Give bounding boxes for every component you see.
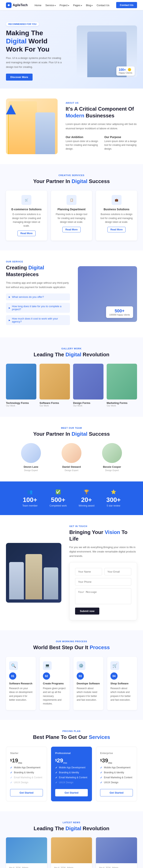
faq-question-3[interactable]: How much does it cost to work with your … (6, 315, 70, 325)
pro-feat-1: Mobile App Development (55, 765, 88, 770)
ent-feat-2: Branding & Identity (100, 770, 133, 775)
plan-enterprise-name: Enterprise (100, 752, 133, 754)
team-avatar-2 (62, 443, 81, 463)
step2-icon: 💻 (43, 661, 51, 670)
faq-item-3[interactable]: How much does it cost to work with your … (6, 315, 70, 325)
blog-meta-2: Apr 4, 2024 · Admin (54, 866, 89, 868)
service-ecommerce-desc: E-commerce solutions is a design tool fo… (9, 213, 43, 228)
nav-home[interactable]: Home (35, 4, 41, 7)
submit-button[interactable]: Submit now (75, 608, 99, 615)
about-stats: Our Ambition Lorem ipsum dolor sit a des… (66, 135, 137, 151)
team-member-3: Bessie Cooper Design Expert (94, 443, 130, 471)
blog-section: LATEST NEWS Leading The Digital Revoluti… (0, 811, 143, 868)
service-planning-btn[interactable]: Read More (62, 227, 80, 232)
email-input[interactable] (104, 568, 132, 575)
faq-question-1[interactable]: What services do you offer? (6, 293, 70, 301)
nav-project[interactable]: Project (60, 4, 69, 7)
message-input[interactable] (75, 588, 131, 604)
gallery-item-3[interactable]: Design Forms Our Work (73, 364, 104, 407)
team-section: MEET OUR TEAM Your Partner In Digital Su… (0, 417, 143, 482)
masterpiece-title: Creating Digital Masterpieces (6, 265, 70, 278)
service-business-btn[interactable]: Read More (107, 227, 126, 232)
process-header: OUR WORKING PROCESS World Best Step Our … (6, 640, 137, 651)
reviews-icon: ⭐ (106, 489, 120, 495)
hero-desc: Flux. UI is a design systems product for… (6, 56, 65, 69)
stats-band: 👥 100+ Team member ✅ 500+ Completed work… (0, 482, 143, 515)
gallery-item-1[interactable]: Technology Forms Our Work (6, 364, 36, 407)
blue-triangle-decoration (6, 104, 16, 114)
vision-section: GET IN TOUCH Bringing Your Vision To Lif… (0, 515, 143, 630)
starter-cta-button[interactable]: Get Started (10, 789, 43, 796)
pricing-title: Best Plane To Get Our Services (6, 734, 137, 741)
name-input[interactable] (75, 568, 102, 575)
gallery-img-4 (107, 364, 137, 400)
team-role-3: Design Expert (94, 469, 130, 471)
stat-completed-num: 500+ (49, 496, 67, 503)
hero-discover-button[interactable]: Discover More (6, 73, 33, 81)
step3-num: 03 (77, 673, 84, 680)
service-ecommerce-btn[interactable]: Read More (17, 230, 36, 236)
blog-badge: LATEST NEWS (6, 821, 137, 824)
blog-post-1[interactable]: Apr 4, 2024 · Admin Creating Engaging Co… (6, 837, 47, 868)
services-title: Your Partner In Digital Success (6, 178, 137, 185)
nav-service[interactable]: Service (45, 4, 56, 7)
process-step-1: 🔍 01 Software Research Research on your … (6, 657, 36, 710)
about-image-area (6, 98, 58, 154)
team-role-2: Design Expert (53, 469, 90, 471)
gallery-sub-2: Our Work (39, 404, 70, 407)
services-badge: CREATIVE SERVICES (6, 174, 137, 177)
step4-desc: Research about which module and prepare … (110, 687, 134, 702)
gallery-sub-3: Our Work (73, 404, 104, 407)
step4-num: 04 (110, 673, 117, 680)
step2-num: 02 (43, 673, 50, 680)
vision-image (6, 543, 61, 602)
nav-contact[interactable]: Contact Us (97, 4, 109, 7)
team-avatar-3 (102, 443, 122, 463)
gallery-badge: GALLERY WORK (6, 347, 137, 350)
blog-img-3 (96, 837, 137, 863)
blog-post-3[interactable]: Apr 4, 2024 · Admin Transforming Busines… (96, 837, 137, 868)
logo[interactable]: AgileTech (6, 2, 28, 8)
stat-reviews: ⭐ 300+ 5 star review (106, 489, 120, 507)
step4-icon: 🛒 (110, 661, 119, 670)
about-badge: ABOUT US (66, 102, 137, 104)
nav-cta-button[interactable]: Contact Us (116, 2, 137, 8)
hero-image: 100+ Happy Clients (77, 26, 137, 77)
faq-item-2[interactable]: How long does it take for you to complet… (6, 303, 70, 313)
step1-desc: Research on your ideas on development an… (9, 687, 33, 702)
about-section: ABOUT US It's A Critical Component Of Mo… (0, 89, 143, 164)
nav-pages[interactable]: Pages (73, 4, 82, 7)
gallery-item-4[interactable]: Marketing Forms Our Work (107, 364, 137, 407)
step2-desc: Prepare given project and set up all the… (43, 687, 66, 706)
logo-text: AgileTech (13, 3, 28, 7)
starter-feat-4: UI/UX Design (10, 780, 43, 785)
faq-question-2[interactable]: How long does it take for you to complet… (6, 303, 70, 313)
stat-team: 👥 100+ Team member (23, 489, 38, 507)
pro-feat-4: UI/UX Design (55, 780, 88, 785)
process-section: OUR WORKING PROCESS World Best Step Our … (0, 630, 143, 720)
team-title: Your Partner In Digital Success (6, 431, 137, 437)
service-card-planning: 📋 Planning Department Planning tools is … (51, 191, 92, 241)
enterprise-cta-button[interactable]: Get Started (100, 789, 133, 796)
hero-clients-label: Happy Clients (119, 72, 132, 74)
pro-cta-button[interactable]: Get Started (55, 789, 88, 796)
pro-feat-2: Branding & Identity (55, 770, 88, 775)
ent-feat-4: UI/UX Design (100, 780, 133, 785)
blog-img-1 (6, 837, 47, 863)
stat-awards-label: Winning award (79, 504, 94, 507)
team-name-1: Devon Lane (13, 465, 49, 468)
gallery-item-2[interactable]: Software Forms Our Work (39, 364, 70, 407)
gallery-sub-4: Our Work (107, 404, 137, 407)
blog-content-1: Apr 4, 2024 · Admin Creating Engaging Co… (6, 863, 47, 868)
pro-features: Mobile App Development Branding & Identi… (55, 765, 88, 785)
masterpiece-clients-num: 500+ (109, 308, 130, 314)
faq-item-1[interactable]: What services do you offer? (6, 293, 70, 301)
ambition-desc: Lorem ipsum dolor sit a design tool for … (66, 140, 98, 151)
vision-person-3 (44, 567, 59, 599)
nav-blog[interactable]: Blog (86, 4, 93, 7)
gallery-label-3: Design Forms (73, 401, 104, 404)
plan-pro-price: $29/mo (55, 757, 88, 764)
ent-feat-3: Email Marketing & Content (100, 775, 133, 780)
blog-post-2[interactable]: Apr 4, 2024 · Admin The Importance of a … (51, 837, 92, 868)
phone-input[interactable] (75, 578, 131, 586)
